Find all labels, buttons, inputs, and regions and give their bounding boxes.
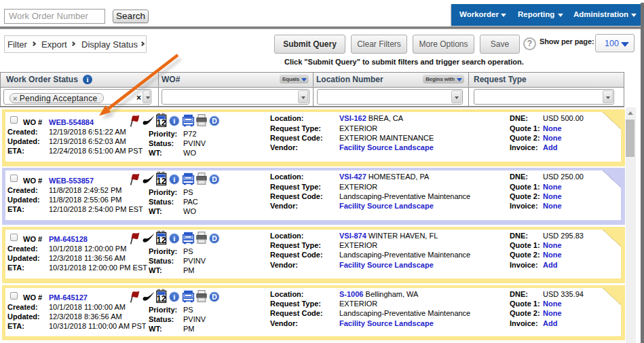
svg-text:i: i: [173, 117, 175, 125]
svg-text:i: i: [173, 175, 175, 183]
svg-text:12: 12: [157, 236, 166, 245]
svg-text:D: D: [212, 292, 217, 300]
svg-text:i: i: [173, 234, 175, 242]
svg-text:12: 12: [157, 118, 166, 128]
svg-text:12: 12: [157, 177, 166, 186]
svg-text:12: 12: [157, 294, 166, 304]
svg-text:i: i: [173, 293, 175, 301]
svg-text:D: D: [212, 175, 217, 183]
svg-text:D: D: [212, 117, 217, 125]
svg-text:D: D: [212, 234, 217, 242]
